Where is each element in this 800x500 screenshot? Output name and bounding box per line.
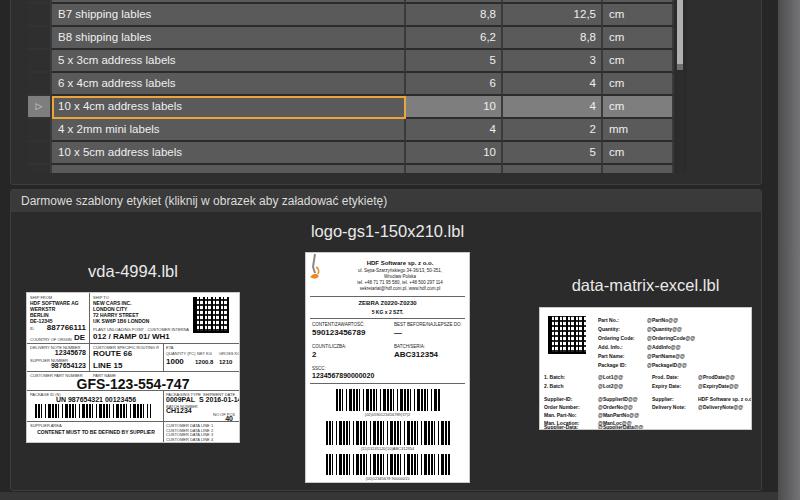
table-row[interactable]: 5 x 3cm address labels 5 3 cm xyxy=(28,50,674,73)
row-selector-cell[interactable] xyxy=(28,4,52,27)
vda-line-value: LINE 15 xyxy=(93,361,122,370)
vda-net-caption: NET KG xyxy=(197,351,212,356)
label-height-cell[interactable]: 3 xyxy=(503,50,603,73)
dmx-info-label: Ordering Code: xyxy=(598,335,635,341)
label-height-cell[interactable]: 5 xyxy=(503,142,603,165)
dmx-info-value: @AddInfo@@ xyxy=(647,344,681,350)
label-unit-cell[interactable]: cm xyxy=(603,50,674,73)
label-unit-cell[interactable]: cm xyxy=(603,4,674,27)
gs1-content-value: 590123456789 xyxy=(312,328,365,337)
dmx-supplier-label: Supplier-ID: xyxy=(544,396,572,402)
template-preview-logo-gs1[interactable]: HDF Software sp. z o.o. ul. Sępa-Szarzyń… xyxy=(305,252,470,483)
label-name-cell[interactable]: 6 x 4cm address labels xyxy=(52,73,406,96)
label-unit-cell[interactable]: cm xyxy=(603,27,674,50)
dmx-supplier-value: @SupplierData@@ xyxy=(598,424,643,430)
vda-packaging-value: 0009PAL xyxy=(166,396,195,403)
gs1-address2: Wrocław Polska xyxy=(334,274,466,279)
label-unit-cell[interactable]: mm xyxy=(603,119,674,142)
gs1-count-caption: COUNT/LICZBA: xyxy=(312,344,346,349)
label-unit-cell[interactable]: cm xyxy=(603,96,674,119)
dmx-batch-label2: Expiry Date: xyxy=(652,383,681,389)
dmx-supplier-label: Man. Part-No: xyxy=(544,412,577,418)
label-unit-cell[interactable]: cm xyxy=(603,73,674,96)
table-row[interactable]: 6 x 4cm address labels 6 4 cm xyxy=(28,73,674,96)
table-row[interactable]: B8 shipping lables 6,2 8,8 cm xyxy=(28,27,674,50)
label-height-cell[interactable]: 12,5 xyxy=(503,4,603,27)
scrollbar-thumb-end xyxy=(677,64,683,70)
gs1-content-caption: CONTENT/ZAWARTOŚĆ: xyxy=(312,322,365,327)
dmx-batch-label2: Prod. Date: xyxy=(652,374,679,380)
vda-supplier-value: 987654123 xyxy=(30,362,86,369)
gs1-batch-caption: BATCH/SERIA: xyxy=(394,344,425,349)
gs1-barcode-1-text: (02)0590123456789(37)2 xyxy=(306,412,469,417)
app-window: B7 shipping lables 8,8 12,5 cm B8 shippi… xyxy=(0,0,800,500)
table-row-selected[interactable]: ▷ 10 x 4cm address labels 10 4 cm xyxy=(28,96,674,119)
table-row[interactable]: 4 x 2mm mini labels 4 2 mm xyxy=(28,119,674,142)
gs1-address1: ul. Sępa-Szarzyńskiego 34-36/13, 50-351, xyxy=(334,268,466,273)
templates-panel-header: Darmowe szablony etykiet (kliknij w obra… xyxy=(11,190,761,213)
vda-cust-line5: CUSTOMER DATA LINE 5 xyxy=(166,441,213,443)
vda-supplier-area-value: CONTENET MUST TO BE DEFINED BY SUPPLIER xyxy=(33,429,159,435)
vda-gross-value: 1210 xyxy=(219,359,232,365)
table-row[interactable]: B7 shipping lables 8,8 12,5 cm xyxy=(28,4,674,27)
vda-eta-caption: ETA xyxy=(166,345,173,350)
table-row[interactable]: 10 x 5cm address labels 10 5 cm xyxy=(28,142,674,165)
dmx-supplier-label: Order Number: xyxy=(544,404,580,410)
vertical-scrollbar[interactable] xyxy=(677,0,683,173)
label-width-cell[interactable]: 5 xyxy=(406,50,503,73)
label-width-cell[interactable]: 8,8 xyxy=(406,4,503,27)
window-right-edge xyxy=(778,0,800,500)
vda-id-value: 887766111 xyxy=(30,323,86,332)
gs1-web: sekretariat@hdf.com.pl, www.hdf.com.pl xyxy=(334,286,466,291)
vda-delivery-value: 12345678 xyxy=(30,349,86,356)
label-width-cell[interactable]: 4 xyxy=(406,119,503,142)
templates-panel-title: Darmowe szablony etykiet (kliknij w obra… xyxy=(21,194,387,208)
dmx-info-label: Add. Info.: xyxy=(598,344,623,350)
gs1-sscc-caption: SSCC: xyxy=(312,366,326,371)
dmx-info-label: Package ID: xyxy=(598,362,626,368)
label-name-cell[interactable]: 5 x 3cm address labels xyxy=(52,50,406,73)
dmx-info-value: @PartNo@@ xyxy=(647,317,678,323)
vda-unloading-value: 012 / RAMP 01/ WH1 xyxy=(93,332,170,341)
label-name-cell[interactable]: B8 shipping lables xyxy=(52,27,406,50)
dmx-supplier-value: @ManPartNo@@ xyxy=(598,412,639,418)
label-width-cell[interactable]: 10 xyxy=(406,142,503,165)
template-preview-data-matrix-excel[interactable]: Part No.: @PartNo@@ Quantity: @Quantity@… xyxy=(539,307,752,430)
gs1-best-before-value: — xyxy=(394,328,402,337)
label-name-cell-focused[interactable]: 10 x 4cm address labels xyxy=(52,96,406,119)
label-width-cell[interactable]: 10 xyxy=(406,96,503,119)
dmx-batch-value2: @ExpiryDate@@ xyxy=(698,383,739,389)
row-selector-cell[interactable] xyxy=(28,27,52,50)
label-unit-cell[interactable]: cm xyxy=(603,142,674,165)
dmx-data-matrix-code xyxy=(548,316,586,354)
label-name-cell[interactable]: 4 x 2mm mini labels xyxy=(52,119,406,142)
gs1-phone: tel. +48 71 71 95 580, tel. +48 500 297 … xyxy=(334,280,466,285)
label-height-cell[interactable]: 2 xyxy=(503,119,603,142)
label-height-cell[interactable]: 4 xyxy=(503,96,603,119)
label-height-cell[interactable]: 8,8 xyxy=(503,27,603,50)
label-name-cell[interactable]: B7 shipping lables xyxy=(52,4,406,27)
vda-package-value: UN 987654321 00123456 xyxy=(33,396,159,403)
dmx-supplier-value2: @DeliveryNote@@ xyxy=(698,404,743,410)
company-logo xyxy=(306,253,324,283)
vda-batch-value: CH1234 xyxy=(166,407,192,414)
label-width-cell[interactable]: 6,2 xyxy=(406,27,503,50)
row-selector-cell[interactable] xyxy=(28,142,52,165)
vda-barcode xyxy=(35,404,151,418)
row-selector-cell[interactable] xyxy=(28,50,52,73)
dmx-info-value: @PartName@@ xyxy=(647,353,685,359)
dmx-batch-value2: @ProdDate@@ xyxy=(698,374,735,380)
template-preview-vda-4994[interactable]: SHIP FROM HDF SOFTWARE AG WERKSTR BERLIN… xyxy=(26,292,240,443)
template-title-vda: vda-4994.lbl xyxy=(26,262,240,281)
vda-origin-value: DE xyxy=(74,333,85,342)
vda-supplier-area-caption: SUPPLIER AREA xyxy=(30,423,62,428)
scrollbar-thumb[interactable] xyxy=(677,0,683,64)
row-selector-cell[interactable] xyxy=(28,119,52,142)
row-selector-cell[interactable] xyxy=(28,73,52,96)
label-name-cell[interactable]: 10 x 5cm address labels xyxy=(52,142,406,165)
label-width-cell[interactable]: 6 xyxy=(406,73,503,96)
dmx-info-value: @OrderingCode@@ xyxy=(647,335,695,341)
label-height-cell[interactable]: 4 xyxy=(503,73,603,96)
row-selector-cell[interactable]: ▷ xyxy=(28,96,52,119)
gs1-barcode-1 xyxy=(336,389,441,411)
